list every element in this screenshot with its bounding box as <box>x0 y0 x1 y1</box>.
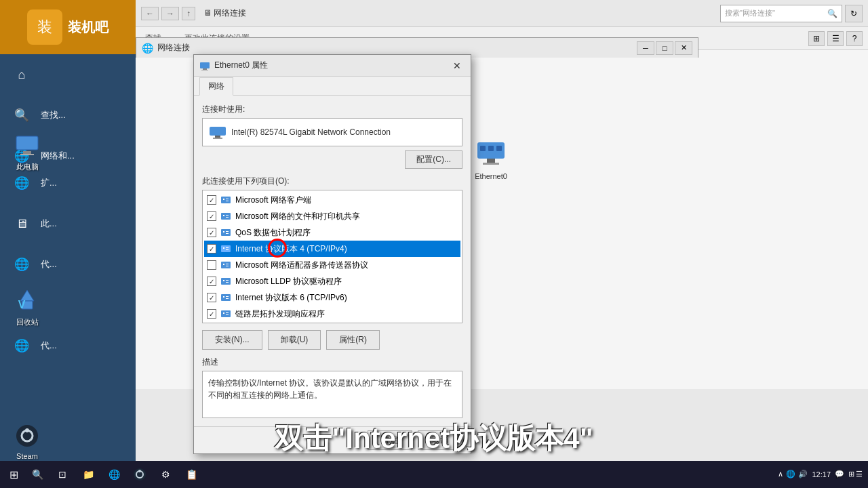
taskbar-task-view-btn[interactable]: ⊡ <box>50 461 75 488</box>
uninstall-button[interactable]: 卸载(U) <box>268 330 321 350</box>
svg-rect-24 <box>223 215 224 216</box>
taskbar-clock[interactable]: 12:17 <box>812 470 831 479</box>
start-button[interactable]: ⊞ <box>0 461 27 488</box>
svg-rect-29 <box>226 231 229 232</box>
list-item-ms-multicast[interactable]: Microsoft 网络适配器多路传送器协议 <box>204 257 460 273</box>
spacer5 <box>3 368 51 382</box>
forward-btn[interactable]: → <box>161 7 179 20</box>
item-icon-link-layer <box>220 308 231 319</box>
connect-using-section: 连接时使用: Intel(R) 82574L Gigabit Network C… <box>202 104 462 169</box>
sidebar: 装 装机吧 ⌂ 🔍 查找... 🌐 网络和... <box>0 0 136 461</box>
taskbar-steam-btn[interactable] <box>127 461 152 488</box>
net-win-maximize-btn[interactable]: □ <box>656 41 673 55</box>
svg-rect-43 <box>221 294 231 301</box>
svg-rect-20 <box>223 199 224 200</box>
svg-rect-2 <box>20 154 34 155</box>
checkbox-ms-file-share[interactable] <box>207 211 216 221</box>
item-icon-qos <box>220 227 231 238</box>
sidebar-item-globe3[interactable]: 🌐 代... <box>0 325 136 366</box>
list-item-ms-client[interactable]: Microsoft 网络客户端 <box>204 192 460 208</box>
list-item-ms-file-share[interactable]: Microsoft 网络的文件和打印机共享 <box>204 208 460 224</box>
logo-icon: 装 <box>27 9 62 45</box>
steam-icon <box>14 422 41 449</box>
help-btn[interactable]: ? <box>846 31 863 46</box>
checkbox-qos[interactable] <box>207 228 216 237</box>
svg-rect-49 <box>226 312 229 313</box>
ok-button[interactable]: 确定 <box>368 430 412 450</box>
checkbox-ms-lldp[interactable] <box>207 277 216 286</box>
checkbox-ipv6[interactable] <box>207 293 216 302</box>
items-section: 此连接使用下列项目(O): Microsoft 网络客户端 Microsoft … <box>202 176 462 323</box>
taskbar-explorer-btn2[interactable]: 📋 <box>179 461 203 488</box>
list-item-ipv4[interactable]: Internet 协议版本 4 (TCP/IPv4) <box>204 241 460 257</box>
adapter-name: Intel(R) 82574L Gigabit Network Connecti… <box>231 127 391 137</box>
config-button[interactable]: 配置(C)... <box>405 150 462 169</box>
list-item-ms-lldp[interactable]: Microsoft LLDP 协议驱动程序 <box>204 273 460 289</box>
svg-rect-28 <box>223 231 224 232</box>
lang-grid-icon: ⊞ <box>848 470 854 479</box>
refresh-btn[interactable]: ↻ <box>845 5 863 22</box>
taskbar-notification-btn[interactable]: 💬 <box>835 470 844 479</box>
taskbar-chevron-icon[interactable]: ∧ <box>778 470 783 479</box>
list-item-ipv6[interactable]: Internet 协议版本 6 (TCP/IPv6) <box>204 289 460 306</box>
taskbar-pinned-apps: ⊡ 📁 🌐 ⚙ 📋 <box>50 461 203 488</box>
checkbox-ms-client[interactable] <box>207 195 216 205</box>
config-btn-row: 配置(C)... <box>202 150 462 169</box>
dialog-body: 连接时使用: Intel(R) 82574L Gigabit Network C… <box>194 96 471 426</box>
tab-network[interactable]: 网络 <box>199 77 233 96</box>
sidebar-item-v[interactable]: V <box>0 285 136 325</box>
checkbox-ipv4[interactable] <box>207 244 216 253</box>
back-btn[interactable]: ← <box>141 7 159 20</box>
up-btn[interactable]: ↑ <box>182 7 195 20</box>
list-item-link-layer[interactable]: 链路层拓扑发现响应程序 <box>204 306 460 322</box>
sidebar-globe1-label: 扩... <box>41 177 57 189</box>
sidebar-globe3-label: 代... <box>41 340 57 352</box>
logo-text: 装机吧 <box>68 18 108 37</box>
taskbar-speaker-icon[interactable]: 🔊 <box>798 470 808 479</box>
ethernet-adapter-item[interactable]: Ethernet0 <box>475 136 507 180</box>
item-text-ms-lldp: Microsoft LLDP 协议驱动程序 <box>235 276 458 287</box>
taskbar-edge-btn[interactable]: 🌐 <box>102 461 126 488</box>
taskbar-settings-btn[interactable]: ⚙ <box>153 461 178 488</box>
sidebar-item-globe1[interactable]: 🌐 扩... <box>0 163 136 203</box>
taskbar-file-explorer-btn[interactable]: 📁 <box>76 461 100 488</box>
desktop-icon-steam[interactable]: Steam <box>3 422 51 460</box>
items-list: Microsoft 网络客户端 Microsoft 网络的文件和打印机共享 Qo… <box>203 190 462 323</box>
install-button[interactable]: 安装(N)... <box>202 330 262 350</box>
svg-rect-40 <box>223 280 224 281</box>
sidebar-item-home[interactable]: ⌂ <box>0 54 136 95</box>
steam-label: Steam <box>16 452 38 460</box>
properties-dialog: Ethernet0 属性 ✕ 网络 连接时使用: Intel(R) 82574 <box>193 54 471 454</box>
item-text-ms-client: Microsoft 网络客户端 <box>235 195 458 206</box>
lang-list-icon: ☰ <box>856 470 863 479</box>
checkbox-ms-multicast[interactable] <box>207 260 216 270</box>
sidebar-item-monitor[interactable]: 🖥 此... <box>0 203 136 244</box>
checkbox-link-layer[interactable] <box>207 309 216 319</box>
item-text-ms-multicast: Microsoft 网络适配器多路传送器协议 <box>235 260 458 271</box>
svg-point-6 <box>25 428 29 432</box>
large-icons-btn[interactable]: ⊞ <box>808 31 825 46</box>
svg-rect-45 <box>226 296 229 297</box>
taskbar-search-btn[interactable]: 🔍 <box>27 461 47 488</box>
details-btn[interactable]: ☰ <box>827 31 844 46</box>
item-icon-ipv6 <box>220 292 231 303</box>
items-list-container: Microsoft 网络客户端 Microsoft 网络的文件和打印机共享 Qo… <box>202 190 462 323</box>
search-glass-icon: 🔍 <box>827 9 837 18</box>
taskbar-network-icon[interactable]: 🌐 <box>786 470 795 479</box>
dialog-close-button[interactable]: ✕ <box>449 59 465 73</box>
net-win-close-btn[interactable]: ✕ <box>675 41 692 55</box>
item-text-link-layer: 链路层拓扑发现响应程序 <box>235 308 458 320</box>
location-label: 🖥 网络连接 <box>203 7 246 19</box>
item-icon-ms-lldp <box>220 276 231 287</box>
sidebar-item-globe2[interactable]: 🌐 代... <box>0 244 136 285</box>
svg-rect-39 <box>221 278 231 285</box>
svg-rect-17 <box>215 136 220 138</box>
cancel-button[interactable]: 取消 <box>418 430 462 450</box>
net-win-minimize-btn[interactable]: ─ <box>637 41 654 55</box>
svg-rect-26 <box>226 217 229 218</box>
description-box: 传输控制协议/Internet 协议。该协议是默认的广域网络协议，用于在不同的相… <box>202 371 462 418</box>
properties-button[interactable]: 属性(R) <box>326 330 380 350</box>
list-item-qos[interactable]: QoS 数据包计划程序 <box>204 224 460 241</box>
sidebar-item-search[interactable]: 🔍 查找... <box>0 95 136 136</box>
adapter-box: Intel(R) 82574L Gigabit Network Connecti… <box>202 118 462 146</box>
